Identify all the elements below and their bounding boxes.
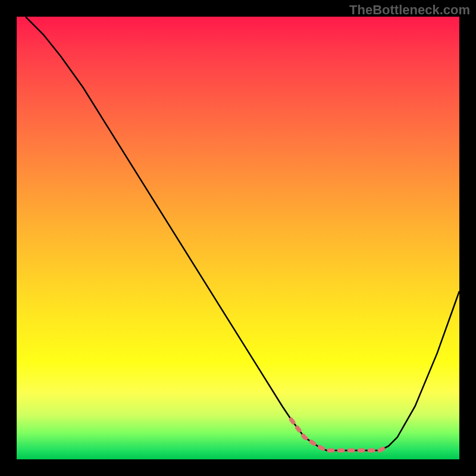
bottleneck-curve [26,17,459,450]
watermark-text: TheBottleneck.com [349,2,470,18]
curve-svg [17,17,459,459]
optimal-zone-highlight [291,419,389,450]
chart-plot-area [17,17,459,459]
